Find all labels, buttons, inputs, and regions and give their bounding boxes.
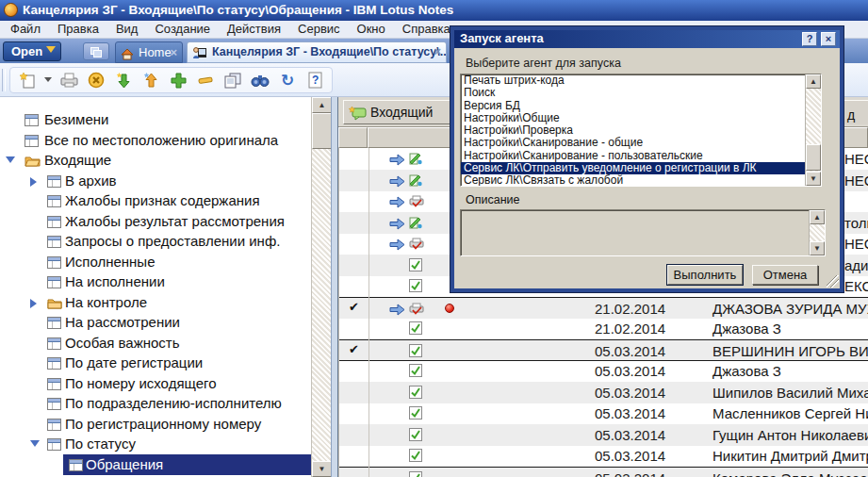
resize-grip-icon[interactable] [827, 275, 839, 288]
sidebar-item[interactable]: На контроле [0, 292, 311, 313]
receive-down-icon[interactable] [111, 69, 136, 91]
sidebar-item[interactable]: Обращения [0, 454, 311, 475]
sidebar-item-label: На рассмотрении [65, 314, 180, 331]
scrollbar-thumb[interactable] [312, 113, 332, 149]
close-icon[interactable]: × [170, 42, 177, 62]
incoming-action-button[interactable]: Входящий [343, 100, 452, 124]
sidebar-item[interactable]: Безимени [0, 109, 311, 130]
table-row[interactable]: 21.02.2014Джазова З [339, 318, 868, 339]
agent-list-item[interactable]: Сервис ЛК\Отправить уведомление о регист… [461, 162, 805, 174]
table-row[interactable]: 05.03.2014Джазова З [339, 360, 868, 382]
help-icon[interactable]: ? [303, 69, 327, 91]
cancel-button[interactable]: Отмена [752, 265, 818, 285]
menu-item[interactable]: Вид [107, 21, 147, 38]
table-row[interactable]: ✔21.02.2014ДЖАЗОВА ЗУРИДА МУХА [339, 297, 868, 319]
agent-list-item[interactable]: Настройки\Сканирование - пользовательски… [461, 150, 805, 162]
sidebar-item[interactable]: Жалобы признак содержания [0, 190, 311, 211]
agent-list-scrollbar[interactable]: ▲ ▼ [805, 74, 821, 186]
scroll-down-icon[interactable]: ▼ [810, 241, 825, 255]
sidebar-item[interactable]: Жалобы результат рассмотрения [0, 211, 311, 232]
agent-list-item[interactable]: Настройки\Общие [461, 112, 805, 124]
search-icon[interactable] [248, 69, 272, 91]
view-icon [47, 356, 61, 372]
close-icon[interactable]: × [434, 42, 441, 62]
help-icon[interactable]: ? [802, 32, 817, 46]
dialog-title-bar[interactable]: Запуск агента ? × [454, 30, 840, 48]
table-row[interactable]: 05.03.2014Никитин Дмитрий Дмитри [339, 445, 868, 467]
sidebar-item[interactable]: На рассмотрении [0, 312, 311, 333]
agent-list-item[interactable]: Настройки\Проверка [461, 124, 805, 137]
sidebar-item[interactable]: По регистрационному номеру [0, 414, 311, 435]
row-date: 05.03.2014 [595, 363, 665, 379]
sidebar-item[interactable]: Запросы о предоставлении инф. [0, 231, 311, 252]
application-window: Канцелярия ЗГ - Входящие\По статусу\Обра… [0, 0, 868, 477]
agent-list-item[interactable]: Версия БД [461, 100, 805, 112]
add-icon[interactable] [166, 69, 190, 91]
twisty-icon[interactable] [30, 440, 40, 447]
copy-icon[interactable] [221, 69, 245, 91]
table-row[interactable]: 05.03.2014Масленников Сергей Ник [339, 403, 868, 424]
sidebar-item[interactable]: Все по местоположению оригинала [0, 130, 311, 151]
description-box: ▲ ▼ [460, 209, 826, 256]
close-icon[interactable]: × [821, 32, 836, 46]
menu-item[interactable]: Файл [2, 21, 49, 38]
send-up-icon[interactable] [139, 69, 163, 91]
sidebar-item[interactable]: Входящие [0, 150, 311, 171]
refresh-icon[interactable]: ↻ [275, 69, 300, 91]
remove-icon[interactable] [193, 69, 218, 91]
open-button[interactable]: Open [3, 41, 61, 61]
sidebar-item[interactable]: По подразделению-исполнителю [0, 393, 311, 414]
toolbar-drag-handle[interactable] [2, 69, 6, 91]
sidebar-item-label: На контроле [65, 294, 147, 311]
scroll-up-icon[interactable]: ▲ [806, 74, 821, 89]
menu-item[interactable]: Сервис [289, 21, 349, 38]
tab-document[interactable]: Канцелярия ЗГ - Входящие\По статусу\... … [187, 41, 447, 63]
print-icon[interactable] [57, 69, 81, 91]
description-label: Описание [466, 193, 520, 206]
sidebar-item[interactable]: В архив [0, 171, 311, 191]
run-button[interactable]: Выполнить [667, 265, 743, 285]
agent-listbox[interactable]: Печать штрих-кодаПоискВерсия БДНастройки… [460, 74, 822, 187]
table-row[interactable]: 05.03.2014Шипилов Василий Михайл [339, 382, 868, 403]
arrow-right-icon [389, 217, 405, 234]
twisty-icon[interactable] [30, 177, 37, 187]
tab-home[interactable]: Home × [115, 41, 183, 63]
menu-item[interactable]: Окно [349, 21, 394, 38]
twisty-icon[interactable] [6, 156, 15, 163]
new-document-icon[interactable] [15, 69, 40, 91]
pane-splitter[interactable] [331, 97, 338, 477]
sidebar-item[interactable]: На исполнении [0, 271, 311, 292]
menu-item[interactable]: Создание [146, 21, 219, 38]
menu-item[interactable]: Действия [219, 21, 289, 38]
sidebar-scrollbar[interactable]: ▲ ▼ [311, 97, 331, 477]
menu-item[interactable]: Правка [49, 21, 107, 38]
sidebar-item[interactable]: По дате регистрации [0, 353, 311, 373]
description-scrollbar[interactable]: ▲ ▼ [809, 210, 825, 255]
menu-item[interactable]: Справка [394, 21, 459, 38]
sidebar-item[interactable]: По номеру исходящего [0, 373, 311, 394]
column-header[interactable] [338, 127, 368, 148]
new-document-dropdown-icon[interactable] [42, 69, 54, 91]
dialog-title: Запуск агента [460, 31, 544, 45]
scroll-up-icon[interactable]: ▲ [810, 210, 825, 224]
cancel-icon[interactable] [84, 69, 108, 91]
database-icon [192, 46, 207, 63]
action-button-fragment[interactable]: д [843, 100, 868, 124]
agent-list-item[interactable]: Печать штрих-кода [461, 74, 805, 87]
table-row[interactable]: 05.03.2014Комарова Элла Муссаевн [339, 467, 868, 477]
table-row[interactable]: 05.03.2014Гущин Антон Николаевич [339, 424, 868, 446]
sidebar-item[interactable]: По статусу [0, 434, 311, 454]
sidebar-item[interactable]: Исполненные [0, 252, 311, 272]
table-row[interactable]: ✔05.03.2014ВЕРШИНИН ИГОРЬ ВИКТО [339, 339, 868, 361]
twisty-icon[interactable] [30, 299, 37, 308]
scroll-down-icon[interactable]: ▼ [806, 172, 821, 186]
arrow-right-icon [389, 153, 405, 170]
sidebar-item[interactable]: Особая важность [0, 333, 311, 354]
scroll-down-icon[interactable]: ▼ [312, 461, 332, 477]
scrollbar-thumb[interactable] [806, 144, 821, 171]
agent-list-item[interactable]: Настройки\Сканирование - общие [461, 137, 805, 149]
scroll-up-icon[interactable]: ▲ [312, 97, 332, 113]
window-list-button[interactable] [83, 42, 109, 60]
agent-list-item[interactable]: Поиск [461, 87, 805, 99]
agent-list-item[interactable]: Сервис ЛК\Связать с жалобой [461, 174, 805, 187]
